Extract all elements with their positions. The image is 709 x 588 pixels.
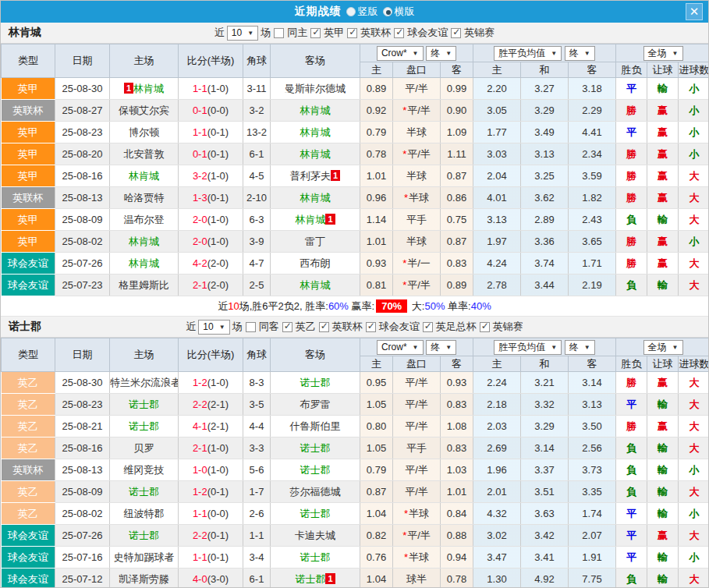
competition-checkbox-2[interactable] — [394, 28, 404, 38]
league-badge: 英乙 — [2, 481, 55, 503]
subcol-handicap: 盘口 — [393, 62, 441, 78]
final-score: 1-0 — [193, 464, 207, 476]
goals-result: 大 — [679, 569, 709, 588]
score-cell: 4-2(2-0) — [179, 253, 243, 275]
competition-checkbox-0[interactable] — [310, 28, 321, 38]
avg-odds-select-1[interactable]: 胜平负均值 — [494, 46, 562, 61]
matches-table-2: 类型 日期 主场 比分(半场) 角球 客场 Crow* 终 胜平负均值 终 全场 — [1, 338, 709, 588]
col-score: 比分(半场) — [179, 44, 243, 78]
table-row: 英乙25-08-02纽波特郡1-1(0-0)2-6诺士郡1.04*半球0.844… — [2, 503, 709, 525]
final-odds-select-1b[interactable]: 终 — [565, 46, 595, 61]
subcol-handicap-away: 客 — [441, 62, 473, 78]
wdl-result: 負 — [616, 569, 647, 588]
competition-label-3: 英足总杯 — [436, 320, 477, 334]
competition-checkbox-0[interactable] — [282, 322, 292, 332]
handicap-home-odds: 1.01 — [360, 165, 393, 187]
competition-checkbox-4[interactable] — [480, 322, 490, 332]
handicap-away-odds: 0.83 — [441, 253, 473, 275]
handicap-result: 赢 — [647, 122, 679, 143]
handicap-text: 平/半 — [405, 377, 428, 388]
competition-checkbox-3[interactable] — [423, 322, 433, 332]
same-venue-checkbox[interactable] — [246, 322, 256, 332]
halftime-score: (1-0) — [207, 377, 229, 388]
score-cell: 0-1(0-0) — [179, 100, 243, 122]
league-badge: 英乙 — [2, 437, 55, 459]
handicap-text: 平/半 — [407, 148, 431, 160]
same-venue-checkbox[interactable] — [274, 28, 284, 38]
final-odds-select-1a[interactable]: 终 — [426, 46, 456, 61]
radio-icon[interactable] — [346, 7, 356, 16]
team-label: 诺士郡 — [129, 398, 159, 410]
handicap-text: 平/半 — [407, 104, 431, 116]
avg-odds-away: 1.71 — [569, 253, 616, 275]
competition-checkbox-1[interactable] — [347, 28, 357, 38]
handicap-line: *平/半 — [393, 275, 441, 296]
home-team-cell: 格里姆斯比 — [110, 275, 179, 296]
away-team-cell: 林肯城 — [271, 100, 360, 122]
home-team-cell: 诺士郡 — [110, 481, 179, 503]
final-score: 1-1 — [193, 508, 207, 519]
red-card-badge: 1 — [325, 573, 335, 584]
final-score: 2-0 — [193, 236, 207, 247]
avg-odds-home: 3.02 — [473, 525, 521, 547]
avg-odds-select-2[interactable]: 胜平负均值 — [494, 340, 562, 355]
team-label: 北安普敦 — [124, 148, 165, 160]
final-odds-select-2a[interactable]: 终 — [426, 340, 456, 355]
handicap-result: 輸 — [647, 78, 679, 100]
col-corner: 角球 — [243, 44, 271, 78]
subcol-let: 让球 — [647, 62, 679, 78]
home-team-cell: 史特加踢球者 — [110, 547, 179, 569]
competition-checkbox-2[interactable] — [366, 322, 376, 332]
subcol-goals: 进球数 — [679, 356, 709, 372]
team-label: 维冈竞技 — [124, 464, 165, 476]
near-count-select[interactable]: 10 — [227, 26, 258, 41]
avg-odds-away: 1.82 — [569, 187, 616, 209]
handicap-home-odds: 0.82 — [360, 525, 393, 547]
handicap-line: 平/半 — [393, 394, 441, 416]
avg-odds-draw: 4.92 — [521, 569, 569, 588]
fullmatch-select-1[interactable]: 全场 — [643, 46, 683, 61]
score-cell: 2-0(1-0) — [179, 231, 243, 253]
handicap-text: 半球 — [409, 192, 429, 204]
avg-odds-away: 3.14 — [569, 372, 616, 394]
wdl-result: 勝 — [616, 231, 647, 253]
subcol-wdl: 胜负 — [616, 62, 647, 78]
avg-odds-home: 3.03 — [473, 143, 521, 165]
home-team-cell: 纽波特郡 — [110, 503, 179, 525]
halftime-score: (1-0) — [207, 170, 229, 182]
halftime-score: (1-0) — [207, 236, 229, 247]
close-button[interactable]: ✕ — [686, 3, 703, 20]
final-odds-select-2b[interactable]: 终 — [565, 340, 595, 355]
halftime-score: (2-1) — [207, 420, 229, 432]
near-label: 近 — [186, 320, 196, 334]
subcol-avg-home: 主 — [473, 62, 521, 78]
home-team-cell: 保顿艾尔宾 — [110, 100, 179, 122]
near-count-select[interactable]: 10 — [198, 320, 229, 335]
handicap-home-odds: 0.87 — [360, 481, 393, 503]
fullmatch-select-2[interactable]: 全场 — [643, 340, 683, 355]
radio-checked-icon[interactable] — [383, 7, 392, 16]
avg-odds-home: 2.03 — [473, 416, 521, 437]
subcol-wdl: 胜负 — [616, 356, 647, 372]
avg-odds-away: 2.43 — [569, 209, 616, 231]
score-cell: 3-2(1-0) — [179, 165, 243, 187]
handicap-home-odds: 0.96 — [360, 187, 393, 209]
star-icon: * — [402, 530, 406, 541]
league-badge: 英乙 — [2, 416, 55, 437]
bookmaker-select-1[interactable]: Crow* — [377, 46, 424, 61]
competition-checkbox-1[interactable] — [319, 322, 329, 332]
wdl-result: 平 — [616, 525, 647, 547]
subcol-avg-away: 客 — [569, 356, 616, 372]
handicap-result: 輸 — [647, 481, 679, 503]
red-card-badge: 1 — [124, 83, 133, 94]
radio-vertical-layout[interactable]: 竖版 — [346, 5, 378, 19]
league-badge: 球会友谊 — [2, 525, 55, 547]
home-team-cell: 温布尔登 — [110, 209, 179, 231]
radio-horizontal-layout[interactable]: 横版 — [383, 5, 415, 19]
competition-checkbox-3[interactable] — [451, 28, 461, 38]
handicap-home-odds: 1.04 — [360, 569, 393, 588]
avg-odds-draw: 3.13 — [521, 143, 569, 165]
bookmaker-select-2[interactable]: Crow* — [377, 340, 424, 355]
match-date: 25-08-20 — [55, 143, 110, 165]
handicap-result: 赢 — [647, 231, 679, 253]
